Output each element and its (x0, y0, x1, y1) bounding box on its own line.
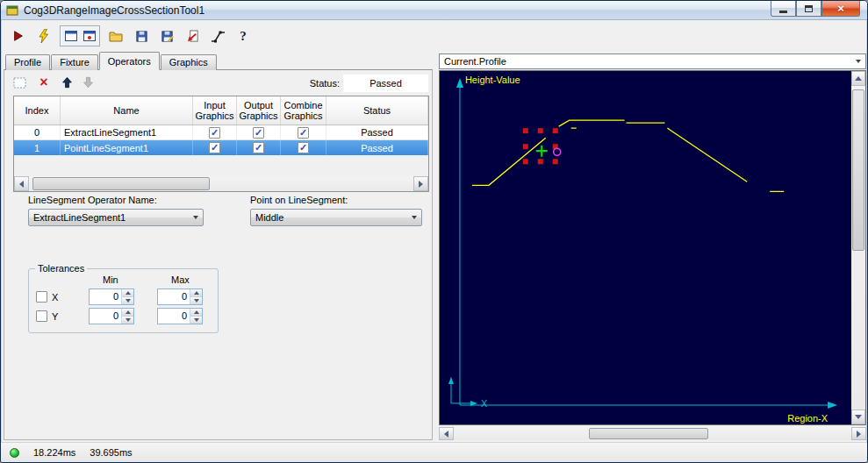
tab-fixture[interactable]: Fixture (51, 54, 98, 70)
minimize-button[interactable] (771, 1, 796, 17)
output-graphics-checkbox[interactable]: ✓ (237, 125, 281, 139)
table-row-selected[interactable]: 1 PointLineSegment1 ✓ ✓ ✓ Passed (14, 140, 428, 155)
scroll-left-button[interactable] (14, 176, 29, 191)
spin-down-button[interactable] (190, 317, 202, 324)
point-on-linesegment-combobox[interactable]: Middle (250, 209, 422, 226)
display-toggle-button-b[interactable] (81, 28, 97, 44)
col-header-status[interactable]: Status (326, 96, 428, 125)
check-icon: ✓ (255, 128, 262, 138)
title-bar[interactable]: Cog3DRangeImageCrossSectionTool1 (1, 1, 867, 20)
scroll-right-button[interactable] (413, 176, 428, 191)
electric-run-button[interactable] (34, 26, 54, 46)
max-column-header: Max (171, 274, 190, 285)
triangle-up-icon (855, 76, 862, 81)
add-operator-button[interactable] (11, 75, 27, 90)
display-vertical-scrollbar[interactable] (851, 71, 865, 424)
display-horizontal-scrollbar[interactable] (439, 427, 866, 440)
check-icon: ✓ (211, 143, 219, 153)
chart-region[interactable]: Height-Value Region-X X (440, 71, 851, 424)
col-header-index[interactable]: Index (14, 96, 61, 125)
spin-down-button[interactable] (122, 317, 133, 324)
lightning-icon (38, 29, 50, 43)
scroll-down-button[interactable] (851, 410, 865, 424)
page-arrow-icon (186, 30, 199, 43)
cell-name: ExtractLineSegment1 (61, 125, 193, 139)
tool-edit-window: Cog3DRangeImageCrossSectionTool1 × (0, 0, 868, 463)
combo-value: ExtractLineSegment1 (29, 212, 189, 223)
chevron-down-icon (851, 54, 865, 68)
scroll-right-button[interactable] (851, 427, 866, 440)
spinner-value: 0 (90, 289, 121, 304)
status-value-box: Passed (343, 75, 428, 92)
spin-up-button[interactable] (190, 289, 202, 297)
move-up-button[interactable] (59, 75, 75, 90)
profile-selector-combobox[interactable]: Current.Profile (439, 53, 866, 69)
spin-up-button[interactable] (122, 289, 133, 297)
table-row[interactable]: 0 ExtractLineSegment1 ✓ ✓ ✓ Passed (14, 125, 428, 140)
spin-up-button[interactable] (122, 309, 133, 317)
run-button[interactable] (9, 26, 28, 46)
floppy-icon (135, 30, 148, 43)
spin-down-button[interactable] (190, 297, 202, 304)
col-header-output-graphics[interactable]: Output Graphics (237, 96, 281, 125)
scroll-left-button[interactable] (439, 427, 454, 440)
open-folder-icon (109, 30, 123, 42)
arrow-down-icon (82, 76, 94, 89)
input-graphics-checkbox[interactable]: ✓ (193, 140, 237, 155)
tab-profile[interactable]: Profile (5, 54, 50, 70)
operator-name-label: LineSegment Operator Name: (28, 195, 157, 205)
tolerance-x-checkbox[interactable] (36, 291, 47, 303)
col-header-combine-graphics[interactable]: Combine Graphics (281, 96, 326, 125)
maximize-button[interactable] (796, 1, 821, 17)
scroll-thumb[interactable] (589, 428, 708, 439)
scroll-up-button[interactable] (851, 71, 865, 86)
cell-status: Passed (326, 125, 428, 139)
delete-operator-button[interactable]: × (36, 75, 52, 90)
profile-chart[interactable]: Height-Value Region-X X (440, 71, 851, 424)
status-label: Status: (294, 78, 340, 89)
operator-name-combobox[interactable]: ExtractLineSegment1 (28, 209, 204, 226)
output-graphics-checkbox[interactable]: ✓ (237, 140, 281, 155)
scroll-track[interactable] (851, 86, 865, 410)
col-header-name[interactable]: Name (61, 96, 193, 125)
col-header-input-graphics[interactable]: Input Graphics (193, 96, 237, 125)
display-toggle-button-a[interactable] (62, 28, 79, 44)
combine-graphics-checkbox[interactable]: ✓ (281, 125, 326, 139)
scroll-thumb[interactable] (852, 89, 864, 252)
delete-icon: × (39, 76, 47, 89)
spin-down-button[interactable] (122, 297, 133, 304)
combo-value: Middle (251, 212, 407, 223)
combine-graphics-checkbox[interactable]: ✓ (281, 140, 326, 155)
save-as-button[interactable] (157, 26, 176, 46)
close-button[interactable]: × (821, 1, 860, 17)
spin-up-button[interactable] (190, 309, 202, 317)
open-file-button[interactable] (106, 26, 126, 46)
scroll-track[interactable] (454, 427, 851, 440)
scroll-track[interactable] (29, 176, 413, 191)
window-title: Cog3DRangeImageCrossSectionTool1 (24, 4, 204, 17)
scroll-thumb[interactable] (32, 177, 209, 190)
tolerances-group: Tolerances Min Max X 0 0 Y 0 0 (28, 268, 219, 333)
triangle-right-icon (419, 181, 423, 188)
close-icon: × (837, 3, 844, 14)
table-horizontal-scrollbar[interactable] (14, 176, 428, 191)
triangle-left-icon (19, 181, 24, 188)
tolerance-x-max-spinner[interactable]: 0 (157, 288, 203, 305)
tolerance-y-label: Y (52, 311, 58, 322)
profile-display: Height-Value Region-X X (439, 70, 866, 425)
input-graphics-checkbox[interactable]: ✓ (193, 125, 237, 139)
tab-graphics[interactable]: Graphics (161, 54, 217, 70)
tolerance-y-max-spinner[interactable]: 0 (157, 308, 203, 324)
profile-setup-button[interactable] (208, 26, 227, 46)
status-value: Passed (369, 78, 402, 89)
import-button[interactable] (183, 26, 202, 46)
tab-operators[interactable]: Operators (99, 52, 160, 70)
move-down-button[interactable] (80, 75, 96, 90)
help-button[interactable]: ? (233, 26, 253, 46)
tolerance-x-min-spinner[interactable]: 0 (89, 288, 134, 305)
save-button[interactable] (132, 26, 151, 46)
tolerance-y-min-spinner[interactable]: 0 (89, 308, 134, 324)
slope-icon (211, 30, 226, 43)
tolerance-y-checkbox[interactable] (36, 310, 47, 322)
triangle-down-icon (855, 415, 862, 419)
